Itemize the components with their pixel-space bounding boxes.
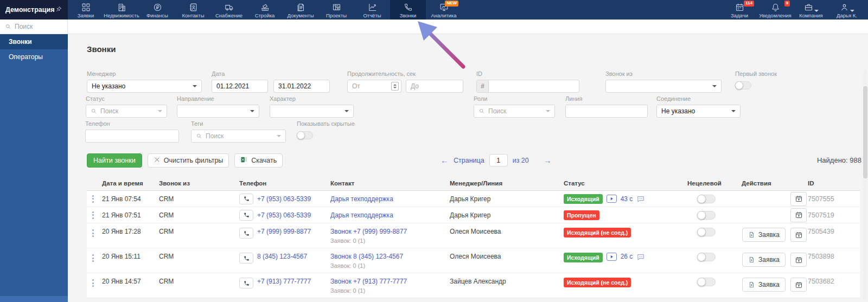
request-button[interactable]: Заявка bbox=[742, 228, 786, 242]
row-phone-link[interactable]: +7 (999) 999-8877 bbox=[257, 228, 311, 235]
next-page-arrow[interactable]: → bbox=[544, 156, 552, 164]
nav-item-ruble[interactable]: Финансы bbox=[139, 0, 175, 20]
main-nav: ЗаявкиНедвижимостьФинансыКонтактыСнабжен… bbox=[68, 0, 462, 20]
row-phone-link[interactable]: +7 (953) 063-5339 bbox=[257, 211, 311, 219]
nav-badge: 114 bbox=[744, 1, 754, 7]
row-menu-icon[interactable] bbox=[91, 278, 95, 288]
status-badge: Исходящий bbox=[564, 194, 603, 204]
row-menu-icon[interactable] bbox=[91, 228, 95, 239]
sidebar-item-operators[interactable]: Операторы bbox=[0, 49, 68, 65]
filter-line: Линия bbox=[565, 95, 648, 118]
duration-from-input[interactable]: От bbox=[347, 80, 401, 93]
row-menu-icon[interactable] bbox=[91, 253, 95, 264]
prev-page-arrow[interactable]: ← bbox=[441, 156, 449, 164]
row-menu-icon[interactable] bbox=[91, 210, 95, 221]
roles-search-select[interactable]: Поиск bbox=[474, 105, 555, 118]
tags-search-select[interactable]: Поиск bbox=[191, 130, 286, 143]
nav-item-blueprint[interactable]: Проекты bbox=[318, 0, 354, 20]
row-contact-link[interactable]: Звонок +7 (913) 777-7777 bbox=[330, 278, 407, 285]
status-badge: Пропущен bbox=[564, 210, 599, 220]
non-target-toggle[interactable] bbox=[697, 228, 716, 236]
search-icon bbox=[478, 108, 485, 114]
number-stepper-icon[interactable] bbox=[391, 82, 399, 91]
brand-area[interactable]: Демонстрация bbox=[0, 0, 68, 20]
play-icon[interactable] bbox=[607, 253, 617, 261]
nav-item-trowel[interactable]: Стройка bbox=[247, 0, 283, 20]
row-phone-link[interactable]: 8 (345) 123-4567 bbox=[257, 253, 307, 260]
id-input[interactable]: # bbox=[476, 80, 579, 93]
manager-select[interactable]: Не указано bbox=[87, 80, 202, 93]
connection-select[interactable]: Не указано bbox=[656, 105, 741, 118]
column-header: Дата и время bbox=[102, 180, 159, 187]
nav-item-contacts[interactable]: Контакты bbox=[175, 0, 211, 20]
line-input[interactable] bbox=[565, 105, 648, 118]
first-call-toggle[interactable] bbox=[735, 81, 751, 89]
filter-tags: Теги Поиск bbox=[191, 120, 286, 143]
nav-item-chart[interactable]: Отчёты bbox=[354, 0, 390, 20]
status-badge: Исходящий (не соед.) bbox=[564, 228, 631, 237]
play-icon[interactable] bbox=[607, 195, 617, 203]
non-target-toggle[interactable] bbox=[697, 278, 716, 286]
nav-item-document[interactable]: Документы bbox=[283, 0, 318, 20]
page-number-input[interactable] bbox=[489, 154, 508, 166]
duration-to-input[interactable]: До bbox=[406, 80, 463, 93]
date-from-input[interactable] bbox=[212, 80, 268, 93]
row-menu-icon[interactable] bbox=[91, 194, 95, 204]
phone-icon[interactable] bbox=[239, 210, 253, 221]
sidebar-search-input[interactable]: Поиск bbox=[0, 20, 68, 34]
row-contact-link[interactable]: Звонок +7 (999) 999-8877 bbox=[330, 228, 407, 235]
row-contact-link[interactable]: Дарья техподдержка bbox=[330, 195, 393, 203]
row-datetime: 21 Янв 07:51 bbox=[102, 211, 159, 219]
row-contact-link[interactable]: Дарья техподдержка bbox=[330, 211, 393, 219]
request-button[interactable]: Заявка bbox=[742, 253, 786, 267]
calendar-plus-button[interactable] bbox=[790, 208, 807, 222]
phone-icon[interactable] bbox=[239, 253, 253, 264]
call-from-select[interactable] bbox=[605, 80, 722, 93]
download-button[interactable]: Скачать bbox=[234, 153, 283, 168]
sidebar-item-calls[interactable]: Звонки bbox=[0, 34, 68, 49]
calendar-plus-button[interactable] bbox=[790, 253, 807, 267]
nav-item-truck[interactable]: Снабжение bbox=[211, 0, 247, 20]
non-target-toggle[interactable] bbox=[697, 211, 716, 220]
nav-item-building[interactable]: Недвижимость bbox=[104, 0, 139, 20]
calendar-plus-button[interactable] bbox=[790, 228, 807, 242]
chat-icon[interactable] bbox=[636, 253, 645, 261]
phone-input[interactable] bbox=[85, 130, 179, 143]
clear-filters-button[interactable]: Очистить фильтры bbox=[148, 153, 229, 168]
chat-icon[interactable] bbox=[636, 195, 645, 203]
nav-item-grid[interactable]: Заявки bbox=[68, 0, 104, 20]
subheader-strip: Поиск bbox=[0, 20, 868, 34]
nav-item-bell[interactable]: Уведомления9 bbox=[757, 0, 793, 20]
find-calls-button[interactable]: Найти звонки bbox=[87, 153, 142, 168]
row-contact-link[interactable]: Звонок 8 (345) 123-4567 bbox=[330, 253, 403, 260]
nav-item-briefcase[interactable]: Компания bbox=[793, 0, 829, 20]
nav-item-calendar[interactable]: Задачи114 bbox=[722, 0, 757, 20]
show-hidden-toggle[interactable] bbox=[297, 131, 313, 139]
vertical-scrollbar[interactable] bbox=[863, 70, 867, 300]
phone-icon[interactable] bbox=[239, 194, 253, 204]
table-row: 21 Янв 07:54CRM+7 (953) 063-5339Дарья те… bbox=[87, 191, 860, 207]
phone-icon[interactable] bbox=[239, 228, 253, 239]
status-search-select[interactable]: Поиск bbox=[86, 105, 167, 118]
scrollbar-thumb[interactable] bbox=[863, 86, 867, 178]
nav-item-user[interactable]: Дарья К. bbox=[829, 0, 865, 20]
phone-icon[interactable] bbox=[239, 278, 253, 288]
character-select[interactable] bbox=[270, 105, 354, 118]
pin-icon[interactable] bbox=[55, 5, 62, 14]
nav-item-monitor[interactable]: АналитикаNEW bbox=[426, 0, 462, 20]
row-id: 7505439 bbox=[808, 228, 846, 235]
row-source: CRM bbox=[159, 278, 239, 285]
row-phone-link[interactable]: +7 (913) 777-7777 bbox=[257, 278, 311, 285]
call-duration: 43 с bbox=[621, 195, 633, 203]
date-to-input[interactable] bbox=[273, 80, 330, 93]
brand-name: Демонстрация bbox=[5, 6, 54, 14]
non-target-toggle[interactable] bbox=[697, 253, 716, 261]
nav-item-phone[interactable]: Звонки bbox=[390, 0, 426, 20]
row-phone-link[interactable]: +7 (953) 063-5339 bbox=[257, 195, 311, 203]
filter-call-from: Звонок из bbox=[605, 70, 722, 93]
request-button[interactable]: Заявка bbox=[742, 278, 786, 292]
calendar-plus-button[interactable] bbox=[790, 278, 807, 292]
calendar-plus-button[interactable] bbox=[790, 192, 807, 206]
direction-select[interactable] bbox=[177, 105, 259, 118]
non-target-toggle[interactable] bbox=[697, 195, 716, 203]
